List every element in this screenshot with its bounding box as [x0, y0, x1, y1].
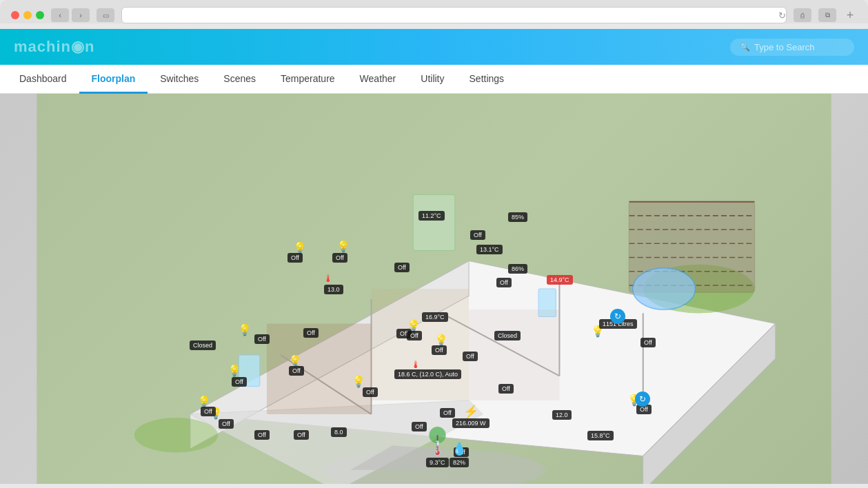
device-light22[interactable]: Off — [640, 338, 656, 347]
refresh-button[interactable]: ↻ — [778, 10, 786, 21]
device-light7[interactable]: Off — [254, 334, 270, 344]
tab-weather[interactable]: Weather — [347, 65, 409, 94]
traffic-light-green[interactable] — [36, 11, 44, 19]
tab-dashboard[interactable]: Dashboard — [7, 65, 79, 94]
traffic-light-red[interactable] — [11, 11, 19, 19]
device-door1[interactable]: Closed — [190, 340, 216, 350]
thermo-icon-2: 🌡 — [411, 359, 421, 370]
search-bar[interactable]: 🔍 Type to Search — [730, 39, 854, 56]
forward-button[interactable]: › — [72, 8, 90, 22]
device-temp-kitchen[interactable]: 16.9°C — [422, 312, 448, 322]
browser-titlebar: ‹ › ▭ ↻ ⎙ ⧉ + — [11, 7, 857, 23]
logo-text: machin — [14, 38, 71, 55]
device-light2[interactable]: Off — [332, 253, 347, 263]
device-light12[interactable]: Off — [219, 419, 234, 429]
device-temp-outdoor1[interactable]: 11.2°C — [418, 211, 445, 221]
device-hottub-temp[interactable]: 14.9°C — [547, 275, 573, 285]
device-light1[interactable]: Off — [287, 253, 303, 263]
device-thermostat2[interactable]: 12.0 — [552, 410, 572, 420]
svg-rect-27 — [469, 309, 559, 400]
power-icon: ⚡ — [463, 404, 478, 419]
device-light10[interactable]: Off — [232, 377, 247, 387]
bulb-icon-5: 💡 — [228, 364, 241, 377]
tab-temperature[interactable]: Temperature — [268, 65, 347, 94]
share-button[interactable]: ⎙ — [794, 8, 811, 22]
search-placeholder: Type to Search — [754, 42, 814, 52]
app-header: machin◉n 🔍 Type to Search — [0, 29, 868, 65]
back-button[interactable]: ‹ — [51, 8, 69, 22]
sidebar-toggle[interactable]: ▭ — [97, 8, 114, 22]
temp-sensor-bottom1: 🌡️ 9.3°C — [426, 440, 449, 467]
thermo-icon-1: 🌡 — [323, 273, 333, 284]
svg-rect-26 — [372, 289, 470, 400]
logo-accent: ◉ — [71, 38, 85, 55]
tab-utility[interactable]: Utility — [408, 65, 456, 94]
device-door2[interactable]: Closed — [494, 331, 521, 340]
browser-nav-buttons: ‹ › — [51, 8, 90, 22]
device-light21[interactable]: Off — [496, 278, 512, 287]
svg-rect-25 — [267, 324, 372, 414]
traffic-light-yellow[interactable] — [23, 11, 32, 19]
tab-scenes[interactable]: Scenes — [211, 65, 268, 94]
tab-switches[interactable]: Switches — [148, 65, 211, 94]
device-light11[interactable]: Off — [201, 407, 216, 416]
tab-settings[interactable]: Settings — [457, 65, 517, 94]
device-thermostat1[interactable]: 13.0 — [324, 285, 343, 294]
device-power[interactable]: 216.009 W — [452, 418, 489, 428]
floorplan-area: 11.2°C 85% Off 13.1°C 86% 14.9°C Off Off… — [0, 94, 868, 484]
device-light9[interactable]: Off — [289, 366, 304, 376]
device-light20[interactable]: Off — [498, 384, 514, 394]
device-temp-outdoor2[interactable]: 13.1°C — [476, 245, 503, 254]
device-light3[interactable]: Off — [394, 263, 410, 272]
traffic-lights — [11, 11, 44, 19]
new-tab-button[interactable]: + — [843, 8, 857, 22]
bulb-icon-3: 💡 — [238, 323, 252, 336]
bulb-icon-8: 💡 — [352, 375, 365, 388]
device-pump1[interactable]: ↻ — [610, 309, 625, 324]
device-temp-garage[interactable]: 15.8°C — [587, 431, 614, 440]
svg-point-11 — [134, 418, 218, 453]
device-light15[interactable]: Off — [363, 387, 378, 397]
humid-val-bottom1[interactable]: 82% — [450, 458, 469, 467]
device-light8[interactable]: Off — [303, 328, 319, 338]
svg-point-21 — [633, 268, 696, 310]
device-light6[interactable]: Off — [432, 345, 447, 355]
device-light16[interactable]: Off — [412, 422, 427, 431]
device-scale[interactable]: 8.0 — [331, 427, 347, 437]
device-switch-outdoor1[interactable]: Off — [470, 230, 485, 240]
search-icon: 🔍 — [740, 42, 750, 52]
device-light5[interactable]: Off — [407, 331, 422, 340]
main-content: 11.2°C 85% Off 13.1°C 86% 14.9°C Off Off… — [0, 94, 868, 484]
device-humid-outdoor1[interactable]: 85% — [508, 212, 527, 222]
app-container: machin◉n 🔍 Type to Search Dashboard Floo… — [0, 29, 868, 484]
device-pump2[interactable]: ↻ — [635, 392, 650, 407]
app-nav: Dashboard Floorplan Switches Scenes Temp… — [0, 65, 868, 94]
bulb-icon-2: 💡 — [336, 240, 350, 253]
logo-text2: n — [85, 38, 94, 55]
device-hvac[interactable]: 18.6 C, (12.0 C), Auto — [394, 369, 461, 379]
address-bar[interactable]: ↻ — [121, 7, 787, 23]
browser-chrome: ‹ › ▭ ↻ ⎙ ⧉ + — [0, 0, 868, 23]
device-light14[interactable]: Off — [294, 430, 309, 440]
device-humid-outdoor2[interactable]: 86% — [508, 264, 527, 274]
tab-floorplan[interactable]: Floorplan — [79, 65, 148, 94]
fullscreen-button[interactable]: ⧉ — [818, 8, 836, 22]
device-light18[interactable]: Off — [440, 408, 455, 418]
humidity-sensor-bottom1: 💧 82% — [450, 441, 469, 467]
device-light13[interactable]: Off — [254, 430, 270, 440]
app-logo: machin◉n — [14, 38, 94, 56]
svg-rect-24 — [413, 195, 455, 251]
temp-val-bottom1[interactable]: 9.3°C — [426, 458, 449, 467]
device-light17[interactable]: Off — [463, 352, 478, 361]
floorplan-svg — [0, 94, 868, 484]
